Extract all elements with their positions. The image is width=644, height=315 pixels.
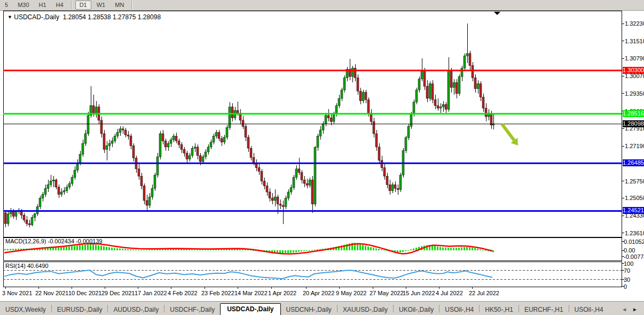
chart-title: ▼ USDCAD-,Daily 1.28054 1.28538 1.27875 …: [7, 13, 161, 21]
svg-text:30: 30: [624, 276, 630, 283]
svg-text:27 May 2022: 27 May 2022: [370, 290, 404, 296]
chart-tab-ukoil-daily-7[interactable]: UKOil-,Daily: [394, 304, 439, 315]
timeframe-button-w1[interactable]: W1: [92, 1, 110, 10]
chart-graphics: 1.322301.315101.307901.300701.293501.286…: [0, 11, 644, 301]
tab-scroll-right-icon[interactable]: ►: [632, 306, 638, 312]
svg-text:1 Apr 2022: 1 Apr 2022: [268, 290, 296, 296]
price-badge-1.30300: 1.30300: [623, 67, 644, 74]
svg-text:70: 70: [624, 267, 630, 274]
tab-scroll-controls: ◄►: [622, 306, 644, 315]
svg-text:1.25750: 1.25750: [625, 178, 644, 185]
svg-text:1.31510: 1.31510: [625, 38, 644, 44]
svg-text:4 Feb 2022: 4 Feb 2022: [168, 290, 198, 296]
svg-text:20 Apr 2022: 20 Apr 2022: [303, 290, 334, 296]
price-axis: 1.322301.315101.307901.300701.293501.286…: [622, 20, 644, 236]
chart-tab-audusd-daily-2[interactable]: AUDUSD-,Daily: [108, 304, 164, 315]
svg-text:23 Feb 2022: 23 Feb 2022: [201, 290, 234, 296]
ohlc-values: 1.28054 1.28538 1.27875 1.28098: [63, 13, 161, 21]
svg-text:1.29350: 1.29350: [625, 90, 644, 97]
price-badge-1.28098: 1.28098: [623, 120, 644, 127]
svg-text:22 Jul 2022: 22 Jul 2022: [469, 290, 499, 296]
chart-tab-usdcad-daily-4[interactable]: USDCAD-,Daily: [220, 303, 280, 315]
svg-text:1.25050: 1.25050: [625, 195, 644, 201]
svg-text:1.32230: 1.32230: [625, 20, 644, 27]
chart-tab-usoil-h4-8[interactable]: USOil-,H4: [439, 304, 479, 315]
timeframe-button-5[interactable]: 5: [1, 1, 12, 10]
chart-shift-marker-icon[interactable]: [494, 12, 500, 15]
chart-tab-usdcnh-daily-5[interactable]: USDCNH-,Daily: [281, 304, 337, 315]
svg-text:0.01052: 0.01052: [624, 239, 644, 245]
toolbar-separator: [131, 1, 132, 9]
chart-tab-bar: USDX,WeeklyEURUSD-,DailyAUDUSD-,DailyUSD…: [0, 301, 644, 315]
svg-text:17 Jan 2022: 17 Jan 2022: [135, 290, 167, 296]
date-axis: 3 Nov 202122 Nov 202110 Dec 202129 Dec 2…: [2, 287, 499, 296]
timeframe-button-d1[interactable]: D1: [75, 1, 91, 10]
svg-text:1.30790: 1.30790: [625, 55, 644, 62]
price-badge-1.24521: 1.24521: [623, 207, 644, 214]
svg-text:100: 100: [624, 260, 633, 267]
price-badge-1.28516: 1.28516: [623, 110, 644, 117]
svg-text:-0.00774: -0.00774: [624, 253, 644, 260]
svg-text:29 Dec 2021: 29 Dec 2021: [101, 290, 135, 296]
indicator-axes: 0.010520.00-0.0077410070300: [622, 239, 644, 290]
svg-text:1.30070: 1.30070: [625, 73, 644, 79]
svg-text:9 May 2022: 9 May 2022: [336, 290, 366, 296]
svg-text:0.00: 0.00: [624, 247, 635, 253]
rsi-indicator-label: RSI(14) 40.6490: [5, 263, 49, 269]
candlestick-series: [4, 24, 494, 227]
chart-tab-usdx-weekly-0[interactable]: USDX,Weekly: [0, 304, 51, 315]
svg-text:4 Jul 2022: 4 Jul 2022: [436, 290, 463, 296]
svg-text:3 Nov 2021: 3 Nov 2021: [2, 290, 32, 296]
svg-text:14 Mar 2022: 14 Mar 2022: [234, 290, 268, 296]
chart-tab-usdchf-daily-3[interactable]: USDCHF-,Daily: [164, 304, 220, 315]
timeframe-button-m30[interactable]: M30: [13, 1, 33, 10]
chart-tab-usoil-h4-11[interactable]: USOil-,H4: [569, 304, 609, 315]
svg-text:10 Dec 2021: 10 Dec 2021: [68, 290, 101, 296]
rsi-line: [4, 270, 492, 279]
svg-text:0: 0: [624, 283, 627, 290]
timeframe-button-h4[interactable]: H4: [52, 1, 68, 10]
timeframe-button-mn[interactable]: MN: [111, 1, 128, 10]
svg-text:1.23610: 1.23610: [625, 230, 644, 236]
toolbar-separator: [71, 1, 72, 9]
chart-window: 1.322301.315101.307901.300701.293501.286…: [0, 11, 644, 301]
svg-text:15 Jun 2022: 15 Jun 2022: [403, 290, 435, 296]
symbol-name: USDCAD-,Daily: [14, 13, 59, 21]
svg-text:22 Nov 2021: 22 Nov 2021: [35, 290, 68, 296]
price-badge-1.26485: 1.26485: [623, 159, 644, 166]
symbol-dropdown-icon[interactable]: ▼: [7, 14, 12, 20]
sell-arrow-annotation[interactable]: [502, 124, 518, 145]
macd-indicator-label: MACD(12,26,9) -0.002434 -0.000139: [5, 238, 103, 244]
chart-tab-xauusd-daily-6[interactable]: XAUUSD-,Daily: [337, 304, 393, 315]
timeframe-button-h1[interactable]: H1: [35, 1, 51, 10]
tab-scroll-left-icon[interactable]: ◄: [622, 306, 627, 312]
chart-tab-eurusd-daily-1[interactable]: EURUSD-,Daily: [52, 304, 108, 315]
trading-platform-window: 5M30H1H4D1W1MN 1.322301.315101.307901.30…: [0, 0, 644, 315]
timeframe-toolbar: 5M30H1H4D1W1MN: [0, 0, 644, 11]
chart-tab-eurchf-h1-10[interactable]: EURCHF-,H1: [519, 304, 569, 315]
svg-text:1.27190: 1.27190: [625, 143, 644, 149]
chart-tab-hk50-h1-9[interactable]: HK50-,H1: [480, 304, 519, 315]
